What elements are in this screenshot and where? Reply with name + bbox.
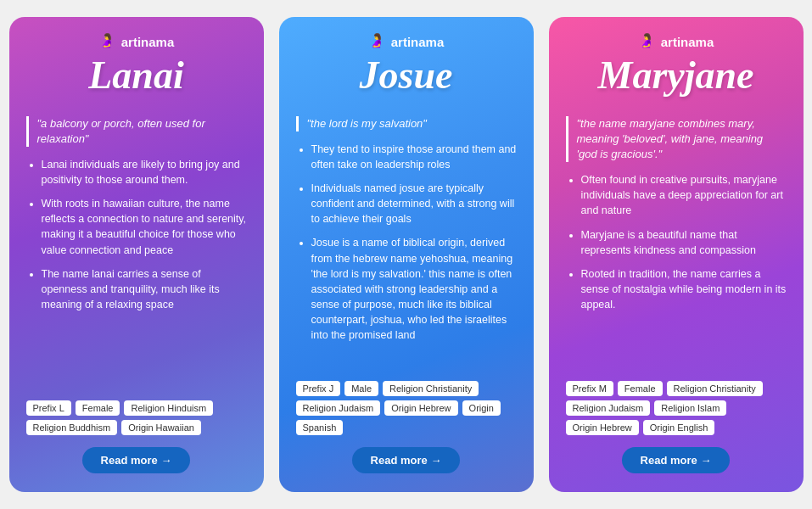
tag: Origin Hebrew: [384, 400, 457, 416]
card-name: Lanai: [88, 54, 183, 98]
logo-row: 🤰 artinama: [638, 32, 714, 51]
card-quote-block: "the lord is my salvation": [296, 116, 517, 131]
tags-area: Prefix J Male Religion Christianity Reli…: [296, 381, 517, 435]
card-name: Maryjane: [598, 54, 754, 98]
tag: Religion Christianity: [383, 381, 479, 396]
bullet-item: Josue is a name of biblical origin, deri…: [311, 235, 517, 343]
card-bullets: They tend to inspire those around them a…: [296, 142, 517, 369]
tag: Religion Islam: [654, 400, 726, 416]
logo-row: 🤰 artinama: [98, 32, 175, 51]
bullet-item: Often found in creative pursuits, maryja…: [581, 172, 787, 218]
tag: Religion Hinduism: [124, 400, 213, 416]
read-more-button[interactable]: Read more →: [622, 447, 731, 473]
card-quote-block: "a balcony or porch, often used for rela…: [26, 116, 247, 147]
logo-row: 🤰 artinama: [368, 32, 445, 51]
tag: Female: [618, 381, 663, 396]
card-lanai: 🤰 artinama Lanai "a balcony or porch, of…: [9, 17, 264, 492]
logo-icon: 🤰: [98, 32, 117, 51]
tags-area: Prefix M Female Religion Christianity Re…: [566, 381, 787, 435]
tag: Origin Hawaiian: [121, 420, 201, 435]
logo-text: artinama: [661, 35, 714, 49]
tag: Female: [76, 400, 120, 416]
tag: Prefix L: [26, 400, 71, 416]
tag: Prefix M: [566, 381, 613, 396]
card-quote: "the lord is my salvation": [307, 116, 517, 131]
card-name: Josue: [360, 54, 453, 98]
card-bullets: Often found in creative pursuits, maryja…: [566, 172, 787, 369]
logo-icon: 🤰: [638, 32, 657, 51]
bullet-item: They tend to inspire those around them a…: [311, 142, 517, 172]
tags-area: Prefix L Female Religion Hinduism Religi…: [26, 400, 247, 435]
bullet-item: Lanai individuals are likely to bring jo…: [42, 157, 247, 187]
bullet-item: The name lanai carries a sense of openne…: [42, 266, 247, 312]
card-josue: 🤰 artinama Josue "the lord is my salvati…: [279, 17, 534, 492]
read-more-button[interactable]: Read more →: [352, 447, 461, 473]
tag: Religion Judaism: [296, 400, 381, 416]
card-quote-block: "the name maryjane combines mary, meanin…: [566, 116, 787, 163]
tag: Spanish: [296, 420, 344, 435]
tag: Religion Buddhism: [26, 420, 118, 435]
bullet-item: Rooted in tradition, the name carries a …: [581, 266, 787, 312]
tag: Origin Hebrew: [566, 420, 639, 435]
card-quote: "the name maryjane combines mary, meanin…: [577, 116, 787, 163]
logo-text: artinama: [121, 35, 175, 49]
card-header: 🤰 artinama Lanai: [26, 32, 247, 101]
bullet-item: With roots in hawaiian culture, the name…: [42, 196, 247, 258]
tag: Origin: [462, 400, 501, 416]
card-quote: "a balcony or porch, often used for rela…: [37, 116, 247, 147]
bullet-item: Maryjane is a beautiful name that repres…: [581, 227, 787, 258]
tag: Male: [344, 381, 378, 396]
card-header: 🤰 artinama Maryjane: [566, 32, 787, 101]
logo-text: artinama: [391, 35, 445, 49]
read-more-button[interactable]: Read more →: [82, 447, 191, 473]
tag: Prefix J: [296, 381, 341, 396]
card-header: 🤰 artinama Josue: [296, 32, 517, 101]
tag: Religion Judaism: [566, 400, 651, 416]
card-bullets: Lanai individuals are likely to bring jo…: [26, 157, 247, 389]
bullet-item: Individuals named josue are typically co…: [311, 181, 517, 227]
tag: Religion Christianity: [667, 381, 763, 396]
tag: Origin English: [643, 420, 714, 435]
card-maryjane: 🤰 artinama Maryjane "the name maryjane c…: [549, 17, 804, 492]
cards-container: 🤰 artinama Lanai "a balcony or porch, of…: [8, 17, 804, 492]
logo-icon: 🤰: [368, 32, 387, 51]
